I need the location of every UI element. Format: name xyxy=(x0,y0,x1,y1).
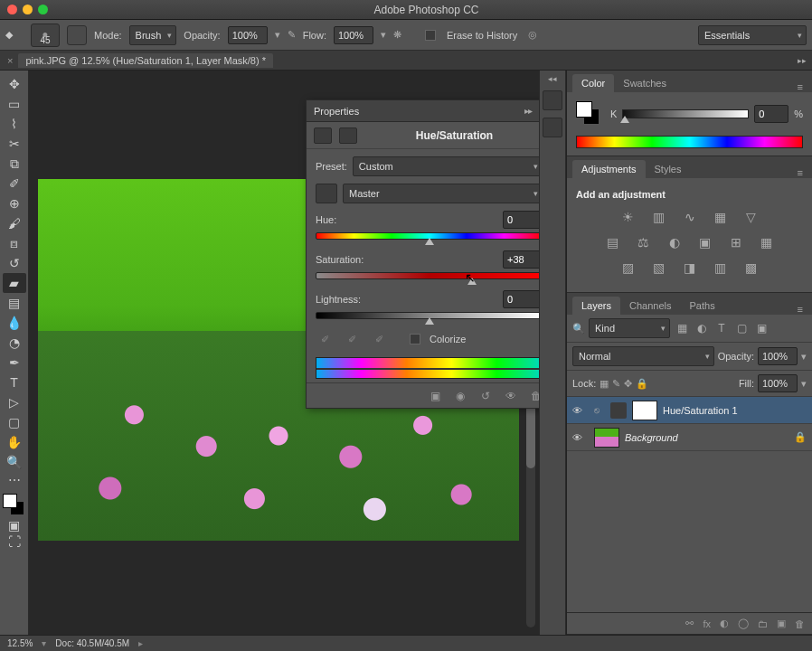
airbrush-icon[interactable]: ❋ xyxy=(393,29,401,41)
tab-channels[interactable]: Channels xyxy=(620,297,680,315)
color-spectrum[interactable] xyxy=(576,136,803,148)
type-tool-icon[interactable]: T xyxy=(3,373,26,392)
close-tab-icon[interactable]: × xyxy=(7,55,13,66)
brush-tool-icon[interactable]: 🖌 xyxy=(3,213,26,233)
k-input[interactable]: 0 xyxy=(754,105,788,123)
new-group-icon[interactable]: 🗀 xyxy=(758,618,768,629)
panel-collapse-icon[interactable]: ▸▸ xyxy=(798,56,807,65)
zoom-tool-icon[interactable]: 🔍 xyxy=(3,452,26,472)
eyedropper-icon[interactable]: ✐ xyxy=(316,330,334,348)
minimize-icon[interactable] xyxy=(23,5,33,14)
hue-saturation-icon[interactable]: ▤ xyxy=(604,234,622,250)
flow-dropdown-icon[interactable]: ▾ xyxy=(381,29,386,41)
posterize-icon[interactable]: ▧ xyxy=(650,259,668,276)
lock-transparency-icon[interactable]: ▦ xyxy=(600,378,609,390)
targeted-adjust-icon[interactable] xyxy=(316,184,337,203)
brush-preview[interactable]: 45 xyxy=(31,24,60,47)
hand-tool-icon[interactable]: ✋ xyxy=(3,432,26,452)
marquee-tool-icon[interactable]: ▭ xyxy=(3,94,26,114)
erase-history-checkbox[interactable] xyxy=(425,30,436,41)
colorize-checkbox[interactable] xyxy=(410,334,420,344)
layer-fx-icon[interactable]: fx xyxy=(703,618,711,629)
canvas[interactable]: Properties ▸▸ ≡ Hue/Saturation Preset: C… xyxy=(29,71,539,635)
delete-layer-icon[interactable]: 🗑 xyxy=(795,618,805,629)
link-icon[interactable]: ⎋ xyxy=(594,405,605,415)
layers-menu-icon[interactable]: ≡ xyxy=(794,304,807,315)
threshold-icon[interactable]: ◨ xyxy=(681,259,699,276)
selective-color-icon[interactable]: ▩ xyxy=(742,259,760,276)
color-lookup-icon[interactable]: ▦ xyxy=(758,234,776,250)
ps-home-icon[interactable]: ◆ xyxy=(5,29,24,41)
lightness-slider[interactable] xyxy=(316,312,539,321)
link-layers-icon[interactable]: ⚯ xyxy=(685,618,694,629)
edit-toolbar-icon[interactable]: ⋯ xyxy=(3,472,26,488)
photo-filter-icon[interactable]: ▣ xyxy=(696,234,714,250)
view-previous-icon[interactable]: ◉ xyxy=(452,389,468,403)
channel-mixer-icon[interactable]: ⊞ xyxy=(727,234,745,250)
document-tab[interactable]: pink.JPG @ 12.5% (Hue/Saturation 1, Laye… xyxy=(18,53,273,68)
visibility-icon[interactable]: 👁 xyxy=(572,432,589,443)
tab-layers[interactable]: Layers xyxy=(572,297,620,315)
add-mask-icon[interactable]: ◐ xyxy=(720,618,729,629)
k-slider[interactable] xyxy=(622,109,749,118)
history-brush-tool-icon[interactable]: ↺ xyxy=(3,253,26,273)
eraser-tool-icon[interactable]: ▰ xyxy=(3,273,26,293)
foreground-background-swatch[interactable] xyxy=(3,494,26,517)
visibility-icon[interactable]: 👁 xyxy=(572,405,589,416)
lock-icon[interactable]: 🔒 xyxy=(794,431,807,443)
gradient-tool-icon[interactable]: ▤ xyxy=(3,293,26,313)
layer-row[interactable]: 👁 Background 🔒 xyxy=(567,424,812,451)
clip-to-layer-icon[interactable]: ▣ xyxy=(427,389,443,403)
reset-icon[interactable]: ↺ xyxy=(477,389,494,403)
pen-tool-icon[interactable]: ✒ xyxy=(3,353,26,373)
hue-slider[interactable] xyxy=(316,232,539,241)
blend-mode-select[interactable]: Normal xyxy=(572,346,714,366)
quickmask-icon[interactable]: ▣ xyxy=(3,517,26,533)
delete-adjustment-icon[interactable]: 🗑 xyxy=(528,389,539,403)
eyedropper-tool-icon[interactable]: ✐ xyxy=(3,174,26,193)
workspace-select[interactable]: Essentials xyxy=(698,25,807,45)
status-dropdown-icon[interactable]: ▾ xyxy=(42,638,46,648)
invert-icon[interactable]: ▨ xyxy=(619,259,637,276)
color-swatch-pair[interactable] xyxy=(576,101,601,127)
tab-color[interactable]: Color xyxy=(572,74,614,92)
layer-name[interactable]: Hue/Saturation 1 xyxy=(663,405,738,416)
lock-position-icon[interactable]: ✥ xyxy=(624,378,632,390)
levels-icon[interactable]: ▥ xyxy=(650,209,668,225)
crop-tool-icon[interactable]: ⧉ xyxy=(3,154,26,174)
lightness-input[interactable]: 0 xyxy=(503,290,539,308)
black-white-icon[interactable]: ◐ xyxy=(666,234,684,250)
info-panel-icon[interactable] xyxy=(543,118,562,137)
tab-styles[interactable]: Styles xyxy=(646,160,691,178)
filter-shape-icon[interactable]: ▢ xyxy=(733,320,750,336)
eyedropper-plus-icon[interactable]: ✐ xyxy=(343,330,361,348)
collapse-icon[interactable]: ▸▸ xyxy=(524,106,532,116)
mode-select[interactable]: Brush xyxy=(129,25,177,45)
filter-smart-icon[interactable]: ▣ xyxy=(753,320,770,336)
opacity-dropdown-icon[interactable]: ▾ xyxy=(275,29,280,41)
doc-info-dropdown-icon[interactable]: ▸ xyxy=(138,638,143,648)
quick-select-tool-icon[interactable]: ✂ xyxy=(3,134,26,154)
toggle-visibility-icon[interactable]: 👁 xyxy=(503,389,519,403)
eyedropper-minus-icon[interactable]: ✐ xyxy=(370,330,388,348)
new-layer-icon[interactable]: ▣ xyxy=(777,618,786,629)
layer-mask-thumb[interactable] xyxy=(632,401,657,420)
tab-adjustments[interactable]: Adjustments xyxy=(572,160,646,178)
lock-pixels-icon[interactable]: ✎ xyxy=(612,378,620,390)
path-select-tool-icon[interactable]: ▷ xyxy=(3,392,26,412)
zoom-level[interactable]: 12.5% xyxy=(7,638,33,648)
saturation-input[interactable]: +38 xyxy=(503,250,539,269)
layer-filter-select[interactable]: Kind xyxy=(589,318,670,338)
pressure-opacity-icon[interactable]: ✎ xyxy=(288,29,296,41)
layer-opacity-dropdown-icon[interactable]: ▾ xyxy=(801,351,807,363)
vibrance-icon[interactable]: ▽ xyxy=(742,209,760,225)
stamp-tool-icon[interactable]: ⧈ xyxy=(3,233,26,253)
brush-panel-toggle-icon[interactable] xyxy=(67,25,87,45)
tab-paths[interactable]: Paths xyxy=(681,297,724,315)
healing-tool-icon[interactable]: ⊕ xyxy=(3,193,26,213)
filter-adjust-icon[interactable]: ◐ xyxy=(694,320,710,336)
maximize-icon[interactable] xyxy=(38,5,48,14)
fill-dropdown-icon[interactable]: ▾ xyxy=(801,378,807,390)
curves-icon[interactable]: ∿ xyxy=(681,209,699,225)
preset-select[interactable]: Custom xyxy=(353,156,539,176)
